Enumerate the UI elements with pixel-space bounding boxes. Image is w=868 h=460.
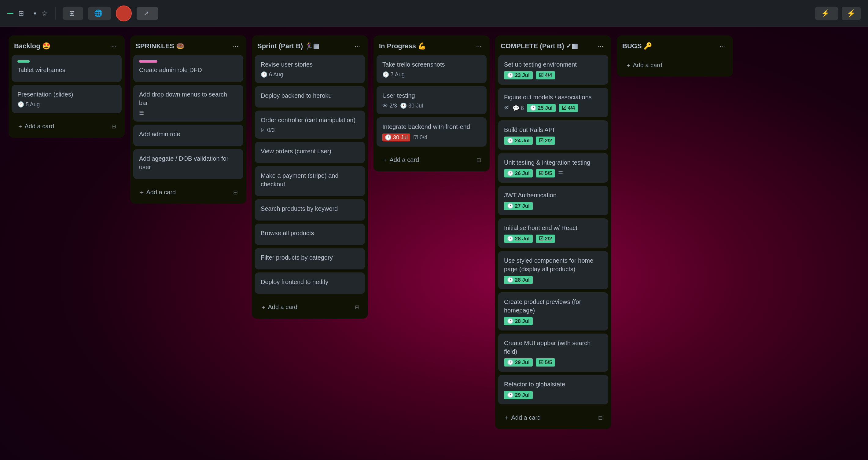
card[interactable]: Initialise front end w/ React🕐 28 Jul☑ 2… — [498, 219, 608, 248]
cards-container-sprint-b: Revise user stories🕐 6 AugDeploy backend… — [252, 55, 368, 297]
card[interactable]: Deploy frontend to netlify — [255, 272, 365, 294]
card[interactable]: Make a payment (stripe) and checkout — [255, 166, 365, 196]
card[interactable]: Take trello screenshots🕐 7 Aug — [376, 55, 487, 83]
add-card-button-backlog[interactable]: ＋ Add a card ⊟ — [11, 118, 122, 135]
column-menu-button-sprint-b[interactable]: ··· — [352, 41, 363, 51]
column-menu-button-complete-b[interactable]: ··· — [595, 41, 606, 51]
card-tag: 🕐 26 Jul — [504, 169, 533, 177]
card-tag: 🕐 28 Jul — [504, 276, 533, 284]
card[interactable]: Add agegate / DOB validation for user — [133, 149, 243, 179]
card-tags-row: 🕐 28 Jul — [504, 276, 602, 284]
card-tag: 🕐 25 Jul — [527, 104, 556, 112]
card-title: Create product previews (for homepage) — [504, 297, 602, 315]
cards-container-sprinkles: Create admin role DFDAdd drop down menus… — [130, 55, 246, 182]
card[interactable]: Tablet wireframes — [11, 55, 122, 82]
card-tag: ☑ 2/2 — [536, 235, 555, 243]
card-title: Build out Rails API — [504, 126, 602, 134]
share-icon: ↗ — [143, 9, 149, 18]
card-meta-row: 👁 2/3🕐 30 Jul — [382, 102, 481, 109]
card-title: Add agegate / DOB validation for user — [139, 154, 238, 171]
card-meta-row: ☑ 0/3 — [261, 127, 359, 133]
header-right: ⚡ ⚡ — [815, 7, 861, 20]
template-icon: ⊟ — [112, 123, 116, 130]
card[interactable]: Presentation (slides)🕐 5 Aug — [11, 85, 122, 113]
card-tags-row: 🕐 28 Jul☑ 2/2 — [504, 235, 602, 243]
card[interactable]: Order controller (cart manipulation)☑ 0/… — [255, 110, 365, 139]
column-header-bugs: BUGS 🔑··· — [617, 35, 733, 55]
board: Backlog 🤩···Tablet wireframesPresentatio… — [0, 27, 868, 460]
workspace-button[interactable]: ⊞ — [63, 7, 83, 20]
add-card-button-complete-b[interactable]: ＋ Add a card ⊟ — [498, 409, 608, 426]
card[interactable]: Add drop down menus to search bar☰ — [133, 85, 243, 122]
column-menu-button-bugs[interactable]: ··· — [717, 41, 727, 51]
share-button[interactable]: ↗ — [136, 7, 158, 20]
card-title: Create admin role DFD — [139, 66, 238, 74]
card-title: Unit testing & integration testing — [504, 158, 602, 167]
card-title: Figure out models / associations — [504, 93, 602, 101]
card[interactable]: Set up testing environment🕐 23 Jul☑ 4/4 — [498, 55, 608, 85]
card[interactable]: Create product previews (for homepage)🕐 … — [498, 292, 608, 330]
card-tag: 🕐 29 Jul — [504, 391, 533, 399]
card[interactable]: JWT Authentication🕐 27 Jul — [498, 186, 608, 215]
column-header-sprinkles: SPRINKLES 🍩··· — [130, 35, 246, 55]
card-tag: ☑ 4/4 — [559, 104, 578, 112]
card[interactable]: Filter products by category — [255, 248, 365, 269]
card-title: Create MUI appbar (with search field) — [504, 339, 602, 356]
card-title: Order controller (cart manipulation) — [261, 116, 359, 124]
eye-icon: 👁 — [504, 105, 509, 111]
header-divider — [55, 7, 56, 20]
card-title: Add drop down menus to search bar — [139, 90, 238, 107]
column-sprint-b: Sprint (Part B) 🏃‍♀️▦···Revise user stor… — [252, 35, 368, 319]
add-card-button-in-progress[interactable]: ＋ Add a card ⊟ — [376, 152, 487, 168]
card-tags-row: 🕐 27 Jul — [504, 202, 602, 210]
column-menu-button-backlog[interactable]: ··· — [109, 41, 119, 51]
card-date: 🕐 30 Jul — [400, 102, 423, 109]
card[interactable]: Use styled components for home page (dis… — [498, 251, 608, 289]
add-card-button-bugs[interactable]: ＋ Add a card — [620, 57, 730, 74]
column-backlog: Backlog 🤩···Tablet wireframesPresentatio… — [8, 35, 125, 138]
add-card-button-sprinkles[interactable]: ＋ Add a card ⊟ — [133, 184, 243, 201]
add-card-button-sprint-b[interactable]: ＋ Add a card ⊟ — [255, 299, 365, 316]
visibility-button[interactable]: 🌐 — [88, 7, 111, 20]
card-title: Deploy frontend to netlify — [261, 277, 359, 286]
star-icon[interactable]: ☆ — [41, 9, 48, 18]
card[interactable]: Refactor to globalstate🕐 29 Jul — [498, 375, 608, 404]
powerups-button[interactable]: ⚡ — [815, 7, 838, 20]
card-tag: 🕐 27 Jul — [504, 202, 533, 210]
column-menu-button-in-progress[interactable]: ··· — [474, 41, 484, 51]
card-tag: ☑ 4/4 — [536, 71, 555, 79]
avatar[interactable] — [116, 5, 132, 21]
card-title: Filter products by category — [261, 253, 359, 262]
card[interactable]: Build out Rails API🕐 24 Jul☑ 2/2 — [498, 120, 608, 150]
card-tags-row: 🕐 29 Jul — [504, 391, 602, 399]
card[interactable]: Add admin role — [133, 125, 243, 146]
card[interactable]: Figure out models / associations👁💬 6🕐 25… — [498, 88, 608, 117]
card[interactable]: Revise user stories🕐 6 Aug — [255, 55, 365, 83]
card[interactable]: Deploy backend to heroku — [255, 86, 365, 107]
column-menu-button-sprinkles[interactable]: ··· — [230, 41, 241, 51]
column-title-bugs: BUGS 🔑 — [622, 42, 652, 50]
card-watch: 👁 2/3 — [382, 103, 397, 109]
template-icon: ⊟ — [598, 415, 603, 421]
card[interactable]: Create MUI appbar (with search field)🕐 2… — [498, 333, 608, 372]
checklist-icon: ☰ — [139, 110, 144, 117]
card-tags-row: 🕐 24 Jul☑ 2/2 — [504, 136, 602, 145]
card[interactable]: Integrate backend with front-end🕐 30 Jul… — [376, 117, 487, 146]
card[interactable]: Search products by keyword — [255, 199, 365, 221]
card-color-bar — [18, 60, 30, 63]
board-chevron-icon[interactable]: ▾ — [34, 10, 36, 17]
card[interactable]: Create admin role DFD — [133, 55, 243, 82]
card-meta-row: 🕐 7 Aug — [382, 71, 481, 78]
card-meta-row: 🕐 6 Aug — [261, 71, 359, 78]
column-title-backlog: Backlog 🤩 — [14, 42, 51, 50]
card[interactable]: Unit testing & integration testing🕐 26 J… — [498, 153, 608, 183]
cards-container-complete-b: Set up testing environment🕐 23 Jul☑ 4/4F… — [495, 55, 611, 407]
card[interactable]: Browse all products — [255, 224, 365, 245]
card[interactable]: User testing👁 2/3🕐 30 Jul — [376, 86, 487, 114]
template-icon: ⊟ — [476, 157, 481, 163]
column-title-sprinkles: SPRINKLES 🍩 — [136, 42, 184, 50]
automation-button[interactable]: ⚡ — [842, 7, 861, 20]
card-tag: ☑ 5/5 — [536, 358, 555, 366]
card[interactable]: View orders (current user) — [255, 142, 365, 163]
card-title: Search products by keyword — [261, 204, 359, 213]
